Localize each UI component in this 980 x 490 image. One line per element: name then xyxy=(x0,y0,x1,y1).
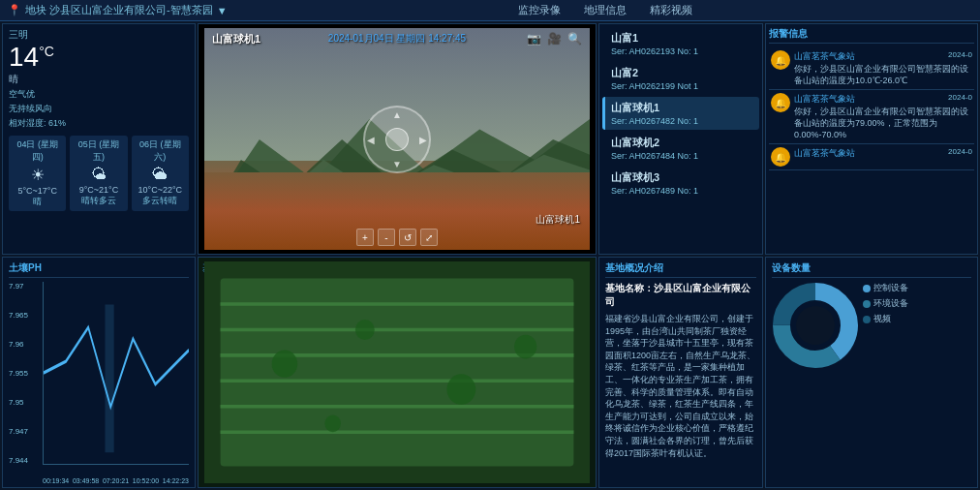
top-tabs: 监控录像 地理信息 精彩视频 xyxy=(239,3,972,17)
camera-list-panel: 山富1 Ser: AH0262193 No: 1山富2 Ser: AH02621… xyxy=(598,23,763,255)
legend-dot-2 xyxy=(863,316,871,323)
device-chart-area: 控制设备 环境设备 视频 xyxy=(772,282,971,484)
report-date-0: 2024-0 xyxy=(948,50,972,59)
soil-chart-container: 7.977.9657.967.9557.957.9477.944 00:19:3… xyxy=(9,282,189,484)
soil-x-label-1: 03:49:58 xyxy=(73,477,99,484)
device-count-panel: 设备数量 控制设备 环境设备 视频 Windows xyxy=(765,257,978,488)
device-count-title: 设备数量 xyxy=(772,261,971,278)
pie-chart-svg xyxy=(772,282,859,369)
dropdown-icon[interactable]: ▼ xyxy=(217,5,228,16)
report-icon-0: 🔔 xyxy=(771,50,790,70)
tab-geo[interactable]: 地理信息 xyxy=(580,3,630,17)
camera-photo-icon[interactable]: 📷 xyxy=(527,32,541,46)
cam-name-3: 山富球机2 xyxy=(611,136,753,150)
report-date-1: 2024-0 xyxy=(948,93,972,102)
camera-list-item-3[interactable]: 山富球机2 Ser: AH0267484 No: 1 xyxy=(602,132,759,165)
report-text-0: 你好，沙县区山富企业有限公司智慧茶园的设备山站的温度为10.0℃-26.0℃ xyxy=(794,64,972,86)
cam-name-2: 山富球机1 xyxy=(611,101,753,115)
report-date-2: 2024-0 xyxy=(948,147,972,156)
camera-title: 山富球机1 xyxy=(212,32,260,46)
main-grid: 三明 14°C 晴 空气优 无持续风向 相对湿度: 61% 04日 (星期四) … xyxy=(0,21,980,490)
camera-list: 山富1 Ser: AH0262193 No: 1山富2 Ser: AH02621… xyxy=(602,27,759,199)
base-name: 基地名称：沙县区山富企业有限公司 xyxy=(605,282,756,309)
base-description: 福建省沙县山富企业有限公司，创建于1995年，由台湾山共同制茶厂独资经营，坐落于… xyxy=(605,313,756,459)
camera-list-item-4[interactable]: 山富球机3 Ser: AH0267489 No: 1 xyxy=(602,167,759,199)
cam-name-0: 山富1 xyxy=(611,31,753,46)
soil-ph-title: 土壤PH xyxy=(9,261,189,278)
zoom-in-button[interactable]: + xyxy=(356,229,374,246)
soil-y-label-6: 7.944 xyxy=(9,456,43,465)
cam-name-1: 山富2 xyxy=(611,66,753,80)
legend-item-0: 控制设备 xyxy=(863,282,971,294)
zoom-out-button[interactable]: - xyxy=(378,229,395,246)
weather-condition: 晴 xyxy=(9,73,189,86)
soil-y-label-0: 7.97 xyxy=(9,282,43,291)
legend-dot-0 xyxy=(863,285,871,292)
cam-name-4: 山富球机3 xyxy=(611,170,753,185)
report-panel: 报警信息 🔔 山富茗茶气象站 2024-0 你好，沙县区山富企业有限公司智慧茶园… xyxy=(765,23,978,255)
camera-list-item-1[interactable]: 山富2 Ser: AH0262199 Not 1 xyxy=(602,62,759,95)
soil-x-label-0: 00:19:34 xyxy=(43,477,69,484)
weather-panel: 三明 14°C 晴 空气优 无持续风向 相对湿度: 61% 04日 (星期四) … xyxy=(2,23,196,255)
svg-point-15 xyxy=(514,335,536,359)
soil-y-label-3: 7.955 xyxy=(9,369,43,378)
camera-timestamp: 2024-01月04日 星期四 14:27:45 xyxy=(328,32,466,46)
device-legend: 控制设备 环境设备 视频 xyxy=(863,282,971,484)
legend-label-1: 环境设备 xyxy=(873,297,908,310)
cam-serial-1: Ser: AH0262199 Not 1 xyxy=(611,81,753,91)
soil-chart xyxy=(43,282,189,465)
cam-serial-4: Ser: AH0267489 No: 1 xyxy=(611,186,753,196)
camera-zoom-icon[interactable]: 🔍 xyxy=(567,32,582,46)
legend-label-2: 视频 xyxy=(873,313,891,325)
camera-list-item-0[interactable]: 山富1 Ser: AH0262193 No: 1 xyxy=(602,27,759,60)
base-info-panel: 基地概况介绍 基地名称：沙县区山富企业有限公司 福建省沙县山富企业有限公司，创建… xyxy=(598,257,763,488)
legend-item-1: 环境设备 xyxy=(863,297,971,310)
tab-monitoring[interactable]: 监控录像 xyxy=(514,3,565,17)
camera-bottom-controls: + - ↺ ⤢ xyxy=(356,229,438,246)
report-icon-1: 🔔 xyxy=(771,93,790,112)
weather-forecast: 04日 (星期四) ☀ 5°C~17°C 晴 05日 (星期五) 🌤 9°C~2… xyxy=(9,136,189,211)
location-breadcrumb: 📍 地块 沙县区山富企业有限公司-智慧茶园 ▼ xyxy=(8,3,228,17)
camera-panel: ▲ ▼ ◀ ▶ 山富球机1 2024-01月04日 星期四 14:27:45 📷… xyxy=(198,23,597,255)
report-source-1: 山富茗茶气象站 xyxy=(794,94,855,104)
fullscreen-button[interactable]: ⤢ xyxy=(420,229,438,246)
forecast-day-3: 06日 (星期六) 🌥 10°C~22°C 多云转晴 xyxy=(132,136,189,211)
report-item-2: 🔔 山富茗茶气象站 2024-0 xyxy=(769,144,974,170)
camera-video-icon[interactable]: 🎥 xyxy=(547,32,562,46)
svg-point-14 xyxy=(446,374,475,405)
top-bar: 📍 地块 沙县区山富企业有限公司-智慧茶园 ▼ 监控录像 地理信息 精彩视频 xyxy=(0,0,980,21)
soil-y-label-1: 7.965 xyxy=(9,311,43,320)
cam-serial-0: Ser: AH0262193 No: 1 xyxy=(611,46,753,56)
weather-city: 三明 xyxy=(9,28,189,42)
camera-feed: ▲ ▼ ◀ ▶ 山富球机1 2024-01月04日 星期四 14:27:45 📷… xyxy=(204,28,590,250)
soil-y-label-4: 7.95 xyxy=(9,398,43,407)
camera-list-item-2[interactable]: 山富球机1 Ser: AH0267482 No: 1 xyxy=(602,97,759,130)
base-info-title: 基地概况介绍 xyxy=(605,261,756,278)
soil-x-axis: 00:19:3403:49:5807:20:2110:52:0014:22:23 xyxy=(43,465,189,484)
weather-humidity: 相对湿度: 61% xyxy=(9,117,189,130)
forecast-day-1: 04日 (星期四) ☀ 5°C~17°C 晴 xyxy=(9,136,66,211)
pie-chart xyxy=(772,282,859,369)
weather-air: 空气优 xyxy=(9,88,189,101)
svg-point-12 xyxy=(272,351,298,378)
soil-x-label-3: 10:52:00 xyxy=(133,477,159,484)
legend-item-2: 视频 xyxy=(863,313,971,325)
svg-rect-3 xyxy=(105,305,113,453)
camera-overlay: 山富球机1 2024-01月04日 星期四 14:27:45 📷 🎥 🔍 山富球… xyxy=(204,28,590,250)
report-item-1: 🔔 山富茗茶气象站 2024-0 你好，沙县区山富企业有限公司智慧茶园的设备山站… xyxy=(769,90,974,144)
legend-label-0: 控制设备 xyxy=(873,282,908,294)
svg-rect-5 xyxy=(221,279,574,467)
reset-button[interactable]: ↺ xyxy=(399,229,416,246)
svg-point-20 xyxy=(796,306,835,345)
soil-y-label-5: 7.947 xyxy=(9,427,43,436)
report-list: 🔔 山富茗茶气象站 2024-0 你好，沙县区山富企业有限公司智慧茶园的设备山站… xyxy=(769,47,974,170)
camera-label: 山富球机1 xyxy=(536,213,580,227)
report-item-0: 🔔 山富茗茶气象站 2024-0 你好，沙县区山富企业有限公司智慧茶园的设备山站… xyxy=(769,47,974,90)
legend-dot-1 xyxy=(863,300,871,308)
soil-y-label-2: 7.96 xyxy=(9,340,43,349)
soil-line-chart xyxy=(44,282,189,464)
soil-x-label-2: 07:20:21 xyxy=(103,477,129,484)
tab-video[interactable]: 精彩视频 xyxy=(646,3,696,17)
cam-serial-3: Ser: AH0267484 No: 1 xyxy=(611,151,753,161)
soil-ph-panel: 土壤PH 7.977.9657.967.9557.957.9477.944 00… xyxy=(2,257,196,488)
